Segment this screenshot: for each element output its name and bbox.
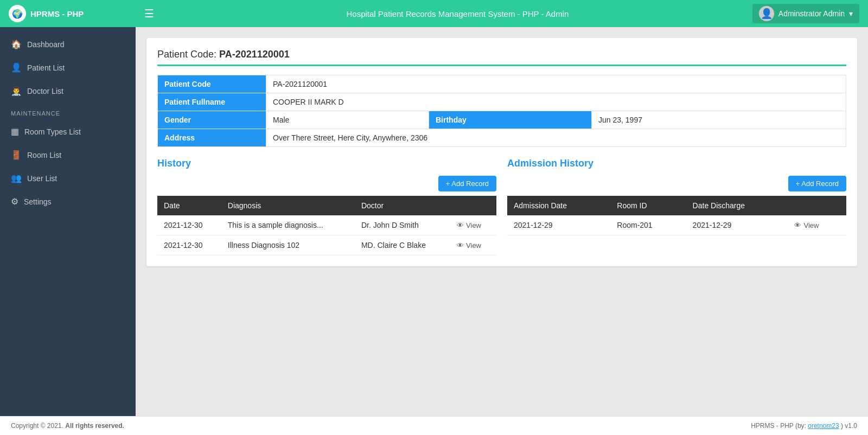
brand-icon: 🌍 bbox=[9, 5, 26, 22]
sidebar-label-patient-list: Patient List bbox=[27, 63, 65, 72]
navbar: 🌍 HPRMS - PHP ☰ Hospital Patient Records… bbox=[0, 0, 868, 27]
doctor-icon: 👨‍⚕️ bbox=[11, 86, 22, 96]
patient-info-table: Patient Code PA-2021120001 Patient Fulln… bbox=[157, 75, 846, 147]
table-row: 2021-12-30 Illness Diagnosis 102 MD. Cla… bbox=[157, 235, 496, 255]
admission-history-section: Admission History + Add Record Admission… bbox=[507, 158, 846, 255]
sidebar-item-room-list[interactable]: 🚪 Room List bbox=[0, 143, 136, 167]
history-action-1: 👁 View bbox=[450, 215, 496, 235]
history-table-header: Date Diagnosis Doctor bbox=[157, 196, 496, 215]
copyright-text: Copyright © 2021. bbox=[11, 422, 65, 430]
admission-col-discharge: Date Discharge bbox=[686, 196, 788, 215]
info-row-address: Address Over There Street, Here City, An… bbox=[158, 129, 846, 147]
footer-right: HPRMS - PHP (by: oretnom23 ) v1.0 bbox=[751, 422, 857, 430]
info-row-gender-birthday: Gender Male Birthday Jun 23, 1997 bbox=[158, 111, 846, 129]
navbar-title: Hospital Patient Records Management Syst… bbox=[163, 9, 752, 18]
settings-icon: ⚙ bbox=[11, 196, 18, 207]
main-content: Patient Code: PA-2021120001 Patient Code… bbox=[136, 27, 868, 435]
footer-author-link[interactable]: oretnom23 bbox=[808, 422, 839, 430]
sidebar-item-user-list[interactable]: 👥 User List bbox=[0, 167, 136, 190]
code-value-cell: PA-2021120001 bbox=[266, 75, 846, 93]
footer-version: ) v1.0 bbox=[841, 422, 857, 430]
brand-name: HPRMS - PHP bbox=[30, 9, 84, 18]
history-table-body: 2021-12-30 This is a sample diagnosis...… bbox=[157, 215, 496, 255]
admission-view-label-1: View bbox=[803, 221, 819, 229]
sidebar-item-room-types-list[interactable]: ▦ Room Types List bbox=[0, 120, 136, 143]
avatar: 👤 bbox=[759, 6, 774, 21]
admission-table-header: Admission Date Room ID Date Discharge bbox=[507, 196, 846, 215]
info-row-code: Patient Code PA-2021120001 bbox=[158, 75, 846, 93]
eye-icon-2: 👁 bbox=[457, 241, 464, 250]
content-card: Patient Code: PA-2021120001 Patient Code… bbox=[146, 38, 857, 266]
sidebar-item-patient-list[interactable]: 👤 Patient List bbox=[0, 56, 136, 79]
add-history-record-button[interactable]: + Add Record bbox=[438, 176, 496, 191]
address-label-cell: Address bbox=[158, 129, 266, 147]
footer: Copyright © 2021. All rights reserved. H… bbox=[0, 416, 868, 435]
sidebar-label-user-list: User List bbox=[27, 174, 57, 183]
sidebar-item-doctor-list[interactable]: 👨‍⚕️ Doctor List bbox=[0, 79, 136, 103]
history-table: Date Diagnosis Doctor 2021-12-30 This is… bbox=[157, 196, 496, 255]
footer-hprms: HPRMS - PHP (by: bbox=[751, 422, 808, 430]
eye-icon-3: 👁 bbox=[794, 221, 801, 229]
table-row: 2021-12-30 This is a sample diagnosis...… bbox=[157, 215, 496, 235]
patient-icon: 👤 bbox=[11, 62, 22, 73]
history-toolbar: + Add Record bbox=[157, 176, 496, 196]
sidebar-label-room-list: Room List bbox=[27, 151, 61, 159]
gender-label-cell: Gender bbox=[158, 111, 266, 129]
user-menu[interactable]: 👤 Adminstrator Admin ▾ bbox=[752, 4, 859, 23]
info-row-fullname: Patient Fullname COOPER II MARK D bbox=[158, 93, 846, 111]
history-view-button-1[interactable]: 👁 View bbox=[457, 221, 481, 229]
fullname-value-cell: COOPER II MARK D bbox=[266, 93, 846, 111]
history-diagnosis-1: This is a sample diagnosis... bbox=[221, 215, 355, 235]
dashboard-icon: 🏠 bbox=[11, 39, 22, 49]
history-section: History + Add Record Date Diagnosis Doct… bbox=[157, 158, 496, 255]
add-admission-record-button[interactable]: + Add Record bbox=[788, 176, 846, 191]
history-doctor-2: MD. Claire C Blake bbox=[355, 235, 450, 255]
admission-table-body: 2021-12-29 Room-201 2021-12-29 👁 View bbox=[507, 215, 846, 235]
gender-value-cell: Male bbox=[266, 111, 429, 129]
admission-action-1: 👁 View bbox=[788, 215, 846, 235]
sidebar: 🏠 Dashboard 👤 Patient List 👨‍⚕️ Doctor L… bbox=[0, 27, 136, 435]
eye-icon: 👁 bbox=[457, 221, 464, 229]
admission-col-room: Room ID bbox=[610, 196, 686, 215]
admission-toolbar: + Add Record bbox=[507, 176, 846, 196]
history-date-1: 2021-12-30 bbox=[157, 215, 221, 235]
history-doctor-1: Dr. John D Smith bbox=[355, 215, 450, 235]
footer-copyright: Copyright © 2021. All rights reserved. bbox=[11, 422, 124, 430]
sidebar-item-settings[interactable]: ⚙ Settings bbox=[0, 190, 136, 213]
view-label-2: View bbox=[466, 241, 481, 250]
fullname-label-cell: Patient Fullname bbox=[158, 93, 266, 111]
sidebar-item-dashboard[interactable]: 🏠 Dashboard bbox=[0, 33, 136, 56]
history-view-button-2[interactable]: 👁 View bbox=[457, 241, 481, 250]
history-diagnosis-2: Illness Diagnosis 102 bbox=[221, 235, 355, 255]
user-list-icon: 👥 bbox=[11, 173, 22, 183]
admission-discharge-1: 2021-12-29 bbox=[686, 215, 788, 235]
admission-history-title: Admission History bbox=[507, 158, 846, 169]
history-col-action bbox=[450, 196, 496, 215]
address-value-cell: Over There Street, Here City, Anywhere, … bbox=[266, 129, 846, 147]
sidebar-label-doctor-list: Doctor List bbox=[27, 87, 63, 95]
sidebar-label-room-types: Room Types List bbox=[24, 127, 81, 136]
sections-row: History + Add Record Date Diagnosis Doct… bbox=[157, 158, 846, 255]
admission-date-1: 2021-12-29 bbox=[507, 215, 610, 235]
history-col-date: Date bbox=[157, 196, 221, 215]
all-rights-reserved: All rights reserved. bbox=[65, 422, 124, 430]
chevron-down-icon: ▾ bbox=[849, 9, 853, 18]
hamburger-icon[interactable]: ☰ bbox=[144, 7, 154, 20]
view-label-1: View bbox=[466, 221, 481, 229]
patient-code-value: PA-2021120001 bbox=[219, 49, 290, 60]
admission-view-button-1[interactable]: 👁 View bbox=[794, 221, 819, 229]
room-types-icon: ▦ bbox=[11, 126, 19, 137]
admission-col-action bbox=[788, 196, 846, 215]
history-col-doctor: Doctor bbox=[355, 196, 450, 215]
admission-col-date: Admission Date bbox=[507, 196, 610, 215]
user-name: Adminstrator Admin bbox=[778, 9, 845, 18]
birthday-value-cell: Jun 23, 1997 bbox=[592, 111, 846, 129]
maintenance-label: Maintenance bbox=[0, 103, 136, 120]
birthday-label-cell: Birthday bbox=[429, 111, 592, 129]
history-date-2: 2021-12-30 bbox=[157, 235, 221, 255]
room-list-icon: 🚪 bbox=[11, 150, 22, 160]
sidebar-label-settings: Settings bbox=[24, 197, 52, 206]
sidebar-label-dashboard: Dashboard bbox=[27, 40, 65, 49]
table-row: 2021-12-29 Room-201 2021-12-29 👁 View bbox=[507, 215, 846, 235]
code-label-cell: Patient Code bbox=[158, 75, 266, 93]
